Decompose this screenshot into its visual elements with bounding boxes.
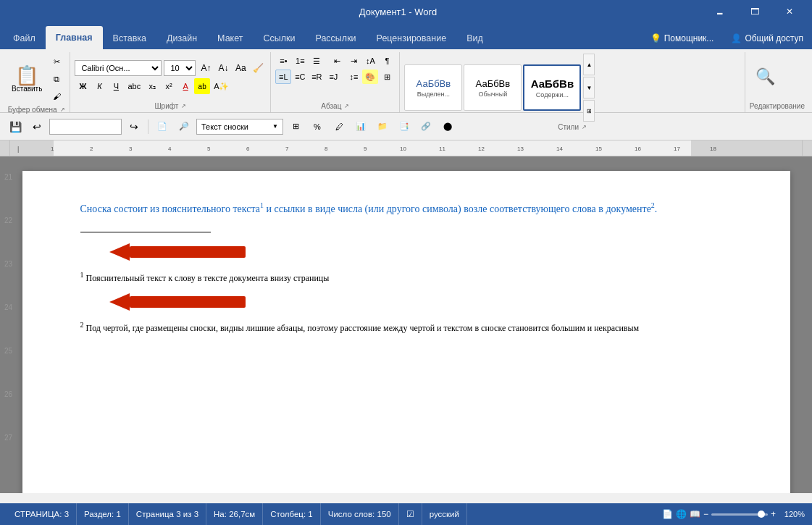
search-icon: 🔍 bbox=[756, 67, 775, 86]
style-item-content[interactable]: АаБбВв Содержи... bbox=[523, 64, 581, 111]
status-track-changes-icon[interactable]: ☑ bbox=[399, 503, 422, 525]
font-name-select[interactable]: Calibri (Осн... bbox=[75, 60, 162, 76]
zoom-thumb[interactable] bbox=[758, 511, 765, 518]
tab-mailings[interactable]: Рассылки bbox=[305, 28, 366, 49]
dropdown-arrow-icon: ▼ bbox=[272, 123, 278, 130]
style-item-normal[interactable]: АаБбВв Обычный bbox=[464, 64, 522, 111]
tab-design[interactable]: Дизайн bbox=[156, 28, 207, 49]
tb-btn4[interactable]: 📊 bbox=[351, 117, 370, 136]
tab-home[interactable]: Главная bbox=[46, 26, 103, 49]
styles-expand-button[interactable]: ⊞ bbox=[583, 100, 595, 122]
status-word-count[interactable]: Число слов: 150 bbox=[321, 503, 399, 525]
svg-text:8: 8 bbox=[325, 146, 328, 152]
status-language[interactable]: русский bbox=[422, 503, 467, 525]
view-print-button[interactable]: 📄 bbox=[662, 509, 673, 519]
tb-btn5[interactable]: 📁 bbox=[373, 117, 392, 136]
status-page-of[interactable]: Страница 3 из 3 bbox=[129, 503, 206, 525]
minimize-button[interactable]: 🗕 bbox=[703, 0, 737, 23]
zoom-out-icon[interactable]: − bbox=[703, 509, 708, 519]
tb-btn7[interactable]: 🔗 bbox=[417, 117, 435, 136]
superscript-button[interactable]: x² bbox=[161, 78, 177, 94]
view-read-button[interactable]: 📖 bbox=[690, 509, 700, 519]
view-web-button[interactable]: 🌐 bbox=[676, 509, 687, 519]
zoom-level[interactable]: 120% bbox=[779, 510, 805, 518]
align-left-button[interactable]: ≡L bbox=[275, 70, 291, 84]
italic-button[interactable]: К bbox=[91, 78, 107, 94]
status-column[interactable]: Столбец: 1 bbox=[263, 503, 321, 525]
tab-references[interactable]: Ссылки bbox=[253, 28, 305, 49]
copy-button[interactable]: ⧉ bbox=[48, 71, 65, 87]
tb-btn8[interactable]: ⬤ bbox=[438, 117, 457, 136]
maximize-button[interactable]: 🗖 bbox=[738, 0, 771, 23]
subscript-button[interactable]: x₂ bbox=[144, 78, 160, 94]
svg-text:14: 14 bbox=[556, 146, 563, 152]
paste-icon: 📋 bbox=[15, 66, 38, 85]
highlight-button[interactable]: ab bbox=[194, 78, 210, 94]
font-expand-icon[interactable]: ↗ bbox=[181, 103, 186, 109]
bullets-button[interactable]: ≡• bbox=[275, 54, 291, 68]
show-marks-button[interactable]: ¶ bbox=[379, 54, 395, 68]
zoom-slider[interactable]: − + bbox=[703, 509, 776, 519]
tab-insert[interactable]: Вставка bbox=[103, 28, 156, 49]
tab-layout[interactable]: Макет bbox=[207, 28, 253, 49]
bold-button[interactable]: Ж bbox=[75, 78, 91, 94]
style-dropdown[interactable]: Текст сноски ▼ bbox=[196, 119, 283, 135]
save-button[interactable]: 💾 bbox=[6, 117, 25, 136]
increase-indent-button[interactable]: ⇥ bbox=[346, 54, 361, 68]
magnifier-button[interactable]: 🔎 bbox=[175, 117, 193, 136]
styles-scroll-up-button[interactable]: ▲ bbox=[583, 54, 595, 75]
styles-scroll-down-button[interactable]: ▼ bbox=[583, 77, 595, 98]
style-preview-3: АаБбВв bbox=[531, 77, 574, 90]
page-layout-button[interactable]: 📄 bbox=[153, 117, 172, 136]
decrease-font-button[interactable]: A↓ bbox=[215, 60, 231, 76]
search-button[interactable]: 🔍 bbox=[750, 63, 781, 92]
ruler-svg: | 1 2 3 4 5 6 7 8 9 10 11 12 13 14 15 16… bbox=[10, 140, 802, 156]
increase-font-button[interactable]: A↑ bbox=[198, 60, 214, 76]
format-painter-button[interactable]: 🖌 bbox=[48, 88, 65, 104]
numbering-button[interactable]: 1≡ bbox=[292, 54, 308, 68]
borders-button[interactable]: ⊞ bbox=[379, 70, 395, 84]
clipboard-expand-icon[interactable]: ↗ bbox=[60, 106, 65, 113]
font-color-button[interactable]: A bbox=[177, 78, 193, 94]
zoom-in-icon[interactable]: + bbox=[771, 509, 776, 519]
share-button[interactable]: 👤 Общий доступ bbox=[725, 30, 809, 46]
tab-view[interactable]: Вид bbox=[456, 28, 493, 49]
undo-button[interactable]: ↩ bbox=[28, 117, 46, 136]
strikethrough-button[interactable]: abc bbox=[125, 78, 143, 94]
font-size-select[interactable]: 10 bbox=[164, 60, 196, 76]
tab-review[interactable]: Рецензирование bbox=[367, 28, 457, 49]
text-effects-button[interactable]: A✨ bbox=[211, 78, 232, 94]
shading-button[interactable]: 🎨 bbox=[362, 70, 378, 84]
line-spacing-button[interactable]: ↕≡ bbox=[346, 70, 361, 84]
align-center-button[interactable]: ≡C bbox=[292, 70, 308, 84]
decrease-indent-button[interactable]: ⇤ bbox=[329, 54, 345, 68]
justify-button[interactable]: ≡J bbox=[325, 70, 341, 84]
zoom-track[interactable] bbox=[711, 513, 768, 516]
tb-btn1[interactable]: ⊞ bbox=[286, 117, 305, 136]
cut-button[interactable]: ✂ bbox=[48, 54, 65, 70]
document-area: 21 22 23 24 25 26 27 Сноска состоит из п… bbox=[0, 156, 812, 493]
align-right-button[interactable]: ≡R bbox=[309, 70, 325, 84]
status-position[interactable]: На: 26,7см bbox=[206, 503, 263, 525]
paragraph-expand-icon[interactable]: ↗ bbox=[344, 103, 349, 109]
sort-button[interactable]: ↕A bbox=[362, 54, 378, 68]
redo-button[interactable]: ↪ bbox=[125, 117, 143, 136]
undo-dropdown[interactable] bbox=[49, 119, 122, 135]
status-section[interactable]: Раздел: 1 bbox=[77, 503, 129, 525]
styles-expand-icon[interactable]: ↗ bbox=[582, 124, 587, 130]
tb-btn2[interactable]: % bbox=[308, 117, 327, 136]
style-item-highlighted[interactable]: АаБбВв Выделен... bbox=[404, 64, 462, 111]
change-case-button[interactable]: Aa bbox=[233, 60, 248, 76]
tb-btn6[interactable]: 📑 bbox=[395, 117, 414, 136]
tb-btn3[interactable]: 🖊 bbox=[330, 117, 348, 136]
multilevel-button[interactable]: ☰ bbox=[309, 54, 325, 68]
assistant-button[interactable]: 💡 Помощник... bbox=[645, 30, 720, 46]
toolbar-separator bbox=[148, 119, 148, 134]
paste-button[interactable]: 📋 Вставить bbox=[7, 63, 46, 96]
close-button[interactable]: ✕ bbox=[773, 0, 806, 23]
underline-button[interactable]: Ч bbox=[108, 78, 124, 94]
status-page[interactable]: СТРАНИЦА: 3 bbox=[7, 503, 77, 525]
clear-formatting-button[interactable]: 🧹 bbox=[250, 60, 266, 76]
ruler-left-margin bbox=[0, 140, 10, 156]
tab-file[interactable]: Файл bbox=[3, 28, 46, 49]
